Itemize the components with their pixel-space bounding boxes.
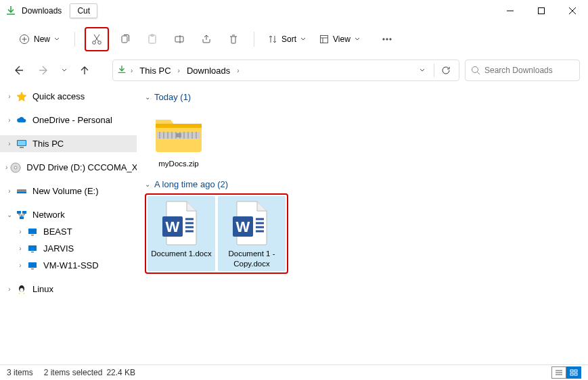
icons-view-button[interactable] bbox=[566, 366, 581, 379]
linux-icon bbox=[16, 284, 27, 295]
svg-rect-26 bbox=[20, 147, 24, 148]
file-item-mydocs[interactable]: myDocs.zip bbox=[145, 106, 212, 171]
view-button[interactable]: View bbox=[314, 32, 365, 47]
group-label: Today (1) bbox=[154, 92, 191, 102]
chevron-right-icon[interactable]: › bbox=[177, 67, 181, 74]
tree-label: JARVIS bbox=[43, 243, 74, 254]
new-label: New bbox=[34, 34, 50, 44]
chevron-right-icon[interactable]: › bbox=[5, 140, 14, 147]
search-input[interactable]: Search Downloads bbox=[465, 60, 580, 81]
group-today[interactable]: ⌄ Today (1) bbox=[145, 92, 580, 102]
chevron-right-icon[interactable]: › bbox=[16, 228, 24, 235]
disc-icon bbox=[10, 162, 21, 173]
chevron-right-icon[interactable]: › bbox=[5, 187, 14, 195]
svg-line-23 bbox=[478, 72, 480, 75]
svg-rect-25 bbox=[18, 141, 26, 145]
star-icon bbox=[16, 91, 27, 102]
tree-label: DVD Drive (D:) CCCOMA_X64 bbox=[26, 162, 137, 172]
up-button[interactable] bbox=[74, 60, 95, 80]
delete-button[interactable] bbox=[221, 27, 246, 51]
sidebar-item-onedrive[interactable]: › OneDrive - Personal bbox=[0, 112, 137, 128]
recent-locations-button[interactable] bbox=[60, 60, 69, 80]
details-view-button[interactable] bbox=[551, 366, 566, 379]
svg-text:W: W bbox=[166, 218, 180, 235]
toolbar: New Sort View bbox=[0, 22, 588, 57]
sidebar-item-quick-access[interactable]: › Quick access bbox=[0, 88, 137, 105]
close-button[interactable] bbox=[557, 0, 588, 22]
sidebar-item-net-vm[interactable]: › VM-W11-SSD bbox=[0, 257, 137, 274]
tree-label: Linux bbox=[32, 284, 53, 294]
file-label: Document 1.docx bbox=[150, 249, 212, 258]
chevron-right-icon[interactable]: › bbox=[5, 93, 14, 100]
chevron-down-icon bbox=[355, 37, 360, 42]
chevron-down-icon bbox=[300, 37, 306, 42]
computer-icon bbox=[27, 243, 38, 254]
refresh-button[interactable] bbox=[437, 62, 455, 79]
sort-label: Sort bbox=[281, 34, 296, 44]
svg-point-20 bbox=[386, 39, 388, 40]
chevron-right-icon[interactable]: › bbox=[16, 262, 24, 269]
monitor-icon bbox=[16, 139, 27, 149]
chevron-right-icon[interactable]: › bbox=[235, 67, 240, 74]
file-label: Document 1 - Copy.docx bbox=[221, 249, 283, 268]
chevron-right-icon[interactable]: › bbox=[16, 245, 24, 252]
window-title: Downloads bbox=[22, 6, 62, 16]
sidebar-item-this-pc[interactable]: › This PC bbox=[0, 135, 137, 152]
file-item-document1-copy[interactable]: W Document 1 - Copy.docx bbox=[218, 196, 286, 271]
chevron-right-icon[interactable]: › bbox=[5, 164, 7, 171]
chevron-right-icon[interactable]: › bbox=[5, 285, 14, 293]
cut-button[interactable] bbox=[85, 27, 109, 51]
breadcrumb-downloads[interactable]: Downloads bbox=[184, 64, 233, 77]
tree-label: VM-W11-SSD bbox=[43, 260, 99, 270]
svg-point-21 bbox=[390, 39, 391, 40]
address-bar[interactable]: › This PC › Downloads › bbox=[112, 60, 459, 81]
svg-rect-16 bbox=[321, 36, 328, 43]
file-list: ⌄ Today (1) myDocs.zip ⌄ A long time ago… bbox=[137, 84, 588, 363]
share-button[interactable] bbox=[194, 27, 219, 51]
group-label: A long time ago (2) bbox=[154, 179, 228, 189]
zip-folder-icon bbox=[152, 109, 206, 158]
svg-point-22 bbox=[472, 67, 478, 73]
sort-button[interactable]: Sort bbox=[263, 32, 311, 47]
svg-rect-14 bbox=[175, 37, 183, 42]
minimize-button[interactable] bbox=[495, 0, 526, 22]
more-button[interactable] bbox=[375, 27, 399, 51]
chevron-right-icon[interactable]: › bbox=[129, 67, 134, 74]
sidebar-item-net-beast[interactable]: › BEAST bbox=[0, 223, 137, 240]
chevron-down-icon bbox=[54, 37, 60, 42]
svg-point-8 bbox=[98, 41, 101, 45]
sidebar-item-linux[interactable]: › Linux bbox=[0, 281, 137, 298]
navigation-pane: › Quick access › OneDrive - Personal › T… bbox=[0, 84, 137, 363]
forward-button[interactable] bbox=[34, 60, 54, 80]
status-bar: 3 items 2 items selected 22.4 KB bbox=[0, 364, 588, 380]
chevron-down-icon[interactable]: ⌄ bbox=[5, 211, 14, 218]
word-document-icon: W bbox=[154, 199, 208, 247]
group-old[interactable]: ⌄ A long time ago (2) bbox=[145, 179, 580, 189]
file-item-document1[interactable]: W Document 1.docx bbox=[148, 196, 215, 271]
rename-button[interactable] bbox=[167, 27, 191, 51]
svg-line-10 bbox=[94, 34, 99, 41]
sidebar-item-net-jarvis[interactable]: › JARVIS bbox=[0, 240, 137, 257]
search-icon bbox=[471, 66, 480, 75]
address-dropdown-button[interactable] bbox=[413, 62, 431, 79]
sidebar-item-dvd[interactable]: › DVD Drive (D:) CCCOMA_X64 bbox=[0, 159, 137, 176]
sidebar-item-new-volume[interactable]: › New Volume (E:) bbox=[0, 183, 137, 199]
tree-label: BEAST bbox=[43, 227, 72, 237]
sidebar-item-network[interactable]: ⌄ Network bbox=[0, 206, 137, 223]
breadcrumb-this-pc[interactable]: This PC bbox=[137, 64, 173, 77]
chevron-right-icon[interactable]: › bbox=[5, 116, 14, 124]
tree-label: Network bbox=[32, 210, 65, 220]
copy-button[interactable] bbox=[113, 27, 137, 51]
svg-rect-69 bbox=[570, 370, 573, 372]
divider bbox=[74, 32, 75, 47]
new-button[interactable]: New bbox=[12, 31, 66, 47]
cut-tooltip: Cut bbox=[70, 3, 97, 18]
back-button[interactable] bbox=[8, 60, 28, 80]
paste-button[interactable] bbox=[140, 27, 164, 51]
svg-rect-35 bbox=[31, 235, 34, 236]
svg-rect-30 bbox=[17, 192, 26, 193]
svg-rect-37 bbox=[31, 252, 34, 253]
svg-rect-33 bbox=[20, 216, 24, 219]
chevron-down-icon: ⌄ bbox=[145, 181, 150, 188]
maximize-button[interactable] bbox=[526, 0, 557, 22]
